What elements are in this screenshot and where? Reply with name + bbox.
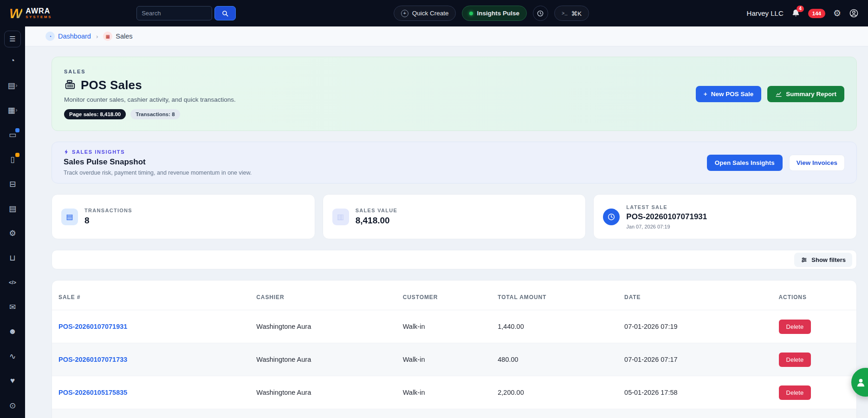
- sidebar-item-products[interactable]: ▤ ›: [3, 76, 22, 95]
- stat-value: 8: [84, 216, 132, 226]
- sales-insights-card: SALES INSIGHTS Sales Pulse Snapshot Trac…: [52, 142, 857, 183]
- breadcrumb-dashboard[interactable]: ◔ Dashboard: [45, 32, 91, 41]
- stat-value: 8,418.00: [356, 216, 398, 226]
- stat-timestamp: Jan 07, 2026 07:19: [626, 224, 707, 229]
- more-icon: ⊙: [9, 401, 16, 411]
- sidebar-item-dashboard[interactable]: ◔: [3, 52, 22, 70]
- account-button[interactable]: [849, 8, 859, 18]
- cash-register-icon: [64, 79, 76, 91]
- search-button[interactable]: [214, 6, 236, 20]
- insights-title: Sales Pulse Snapshot: [64, 157, 707, 167]
- amount-cell: 1,440.00: [498, 323, 624, 330]
- sidebar-item-settings[interactable]: ⚙: [3, 224, 22, 242]
- show-filters-label: Show filters: [811, 256, 846, 263]
- date-cell: 05-01-2026 17:58: [624, 389, 778, 396]
- plus-icon: +: [704, 91, 707, 98]
- insights-pulse-label: Insights Pulse: [477, 10, 519, 17]
- history-button[interactable]: [533, 6, 548, 21]
- command-palette-button[interactable]: >_ ⌘K: [554, 6, 589, 21]
- chevron-right-icon: ›: [16, 82, 18, 89]
- quick-create-label: Quick Create: [412, 10, 449, 17]
- open-sales-insights-button[interactable]: Open Sales Insights: [707, 155, 783, 171]
- delete-button[interactable]: Delete: [779, 353, 811, 367]
- company-name[interactable]: Harvey LLC: [747, 9, 784, 17]
- settings-button[interactable]: ⚙: [833, 8, 841, 19]
- hero-actions: + New POS Sale Summary Report: [696, 86, 844, 102]
- sidebar-item-reports[interactable]: ∿: [3, 347, 22, 366]
- table-row: POS-20260105175835 Washingtone Aura Walk…: [52, 376, 856, 409]
- gear-icon: ⚙: [833, 8, 841, 19]
- brand-logo[interactable]: W AWRA SYSTEMS: [9, 7, 52, 20]
- hamburger-icon: ☰: [9, 35, 15, 43]
- customer-cell: Walk-in: [403, 356, 498, 363]
- breadcrumb-dashboard-label: Dashboard: [58, 33, 91, 40]
- search-input[interactable]: [136, 6, 212, 20]
- value-icon: ▥: [332, 209, 349, 225]
- terminal-icon: >_: [562, 11, 568, 16]
- quick-create-button[interactable]: + Quick Create: [394, 6, 456, 21]
- chevron-right-icon: ›: [16, 107, 18, 113]
- view-invoices-button[interactable]: View Invoices: [789, 155, 845, 171]
- settings-icon: ⚙: [9, 229, 16, 238]
- sidebar-item-users[interactable]: ☻: [3, 322, 22, 341]
- stat-card-latest-sale: LATEST SALE POS-20260107071931 Jan 07, 2…: [593, 194, 857, 239]
- transactions-badge: Transactions: 8: [130, 109, 180, 119]
- sale-number-link[interactable]: POS-20260105175835: [58, 389, 256, 396]
- sales-table: SALE # CASHIER CUSTOMER TOTAL AMOUNT DAT…: [52, 280, 857, 418]
- hero-eyebrow: SALES: [64, 69, 696, 74]
- sidebar-item-payments[interactable]: ▭: [3, 125, 22, 144]
- topbar: W AWRA SYSTEMS + Quick Create Insights P…: [0, 0, 868, 26]
- stats-row: ▤ TRANSACTIONS 8 ▥ SALES VALUE 8,418.00 …: [52, 194, 857, 239]
- cashier-cell: Washingtone Aura: [256, 356, 402, 363]
- reports-icon: ∿: [9, 352, 16, 361]
- date-cell: 07-01-2026 07:17: [624, 356, 778, 363]
- col-cashier: CASHIER: [256, 294, 402, 300]
- brand-name: AWRA: [26, 7, 52, 15]
- sidebar-item-developer[interactable]: </>: [3, 273, 22, 292]
- insights-eyebrow: SALES INSIGHTS: [72, 149, 125, 155]
- sidebar-item-documents[interactable]: ▤: [3, 199, 22, 218]
- sale-number-link[interactable]: POS-20260107071733: [58, 356, 256, 363]
- brand-subtitle: SYSTEMS: [26, 15, 52, 19]
- sidebar-menu-toggle[interactable]: ☰: [4, 31, 21, 47]
- delete-button[interactable]: Delete: [779, 385, 811, 400]
- table-body: POS-20260107071931 Washingtone Aura Walk…: [52, 310, 856, 409]
- sidebar-item-invoices[interactable]: ▯: [3, 150, 22, 169]
- sidebar-item-inventory[interactable]: ⊟: [3, 175, 22, 193]
- insights-pulse-button[interactable]: Insights Pulse: [462, 6, 527, 21]
- summary-report-button[interactable]: Summary Report: [767, 86, 844, 102]
- delete-button[interactable]: Delete: [779, 320, 811, 334]
- brand-logo-icon: W: [9, 7, 22, 20]
- stat-label: SALES VALUE: [356, 208, 398, 213]
- sidebar-item-sales-cart[interactable]: ▦ ›: [3, 101, 22, 119]
- user-icon: [849, 8, 859, 18]
- receipt-icon: ▤: [61, 209, 78, 225]
- col-customer: CUSTOMER: [403, 294, 498, 300]
- invoices-icon: ▯: [10, 155, 14, 164]
- pulse-dot-icon: [469, 12, 473, 15]
- developer-icon: </>: [9, 280, 16, 285]
- col-total-amount: TOTAL AMOUNT: [498, 294, 624, 300]
- new-pos-sale-button[interactable]: + New POS Sale: [696, 86, 761, 102]
- notifications-button[interactable]: 4: [791, 9, 800, 18]
- sale-number-link[interactable]: POS-20260107071931: [58, 323, 256, 330]
- sidebar-item-more[interactable]: ⊙: [3, 396, 22, 415]
- command-shortcut-label: ⌘K: [571, 10, 582, 17]
- summary-report-label: Summary Report: [786, 91, 836, 98]
- sidebar-item-health[interactable]: ♥: [3, 372, 22, 390]
- stat-label: LATEST SALE: [626, 204, 707, 210]
- sidebar-nav: ◔ ▤ › ▦ › ▭ ▯ ⊟ ▤ ⚙ ⊔ </> ✉: [3, 52, 22, 415]
- cashier-cell: Washingtone Aura: [256, 323, 402, 330]
- sidebar-item-trash[interactable]: ⊔: [3, 248, 22, 267]
- sidebar-item-mail[interactable]: ✉: [3, 298, 22, 316]
- show-filters-button[interactable]: Show filters: [794, 253, 852, 267]
- notification-count-badge[interactable]: 144: [808, 9, 825, 18]
- main-content: SALES POS Sales Monitor counter sales, c…: [25, 46, 868, 418]
- insights-description: Track overdue risk, payment timing, and …: [64, 170, 707, 176]
- page-title: POS Sales: [81, 78, 142, 92]
- page-subtitle: Monitor counter sales, cashier activity,…: [64, 96, 696, 103]
- new-pos-sale-label: New POS Sale: [711, 91, 754, 98]
- col-sale-number: SALE #: [58, 294, 256, 300]
- sidebar: ☰ ◔ ▤ › ▦ › ▭ ▯ ⊟ ▤ ⚙ ⊔ </>: [0, 26, 25, 418]
- inventory-icon: ⊟: [9, 179, 16, 189]
